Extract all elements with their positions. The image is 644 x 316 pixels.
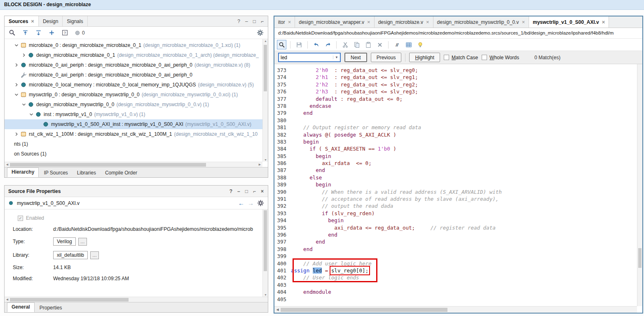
- code-line[interactable]: 380: [274, 117, 637, 124]
- scroll-left-icon[interactable]: ◀: [5, 163, 10, 166]
- code-line[interactable]: 374 2'h1 : reg_data_out <= slv_reg1;: [274, 74, 637, 81]
- search-icon[interactable]: [9, 29, 16, 36]
- chevron-right-icon[interactable]: [14, 82, 19, 88]
- properties-vertical-scrollbar[interactable]: ▼: [262, 209, 268, 297]
- code-line[interactable]: 387 end: [274, 167, 637, 174]
- code-line[interactable]: 403: [274, 281, 637, 288]
- scrollbar-thumb[interactable]: [281, 308, 447, 312]
- scroll-up-icon[interactable]: ▲: [263, 40, 268, 42]
- close-icon[interactable]: ×: [522, 19, 525, 25]
- code-line[interactable]: 389 begin: [274, 181, 637, 188]
- code-line[interactable]: 381 // Output register or memory read da…: [274, 124, 637, 131]
- paste-icon[interactable]: [363, 40, 373, 49]
- scrollbar-thumb[interactable]: [638, 248, 642, 268]
- editor-vertical-scrollbar[interactable]: [637, 64, 642, 306]
- code-line[interactable]: 398 end: [274, 246, 637, 253]
- code-line[interactable]: 388 else: [274, 174, 637, 181]
- code-line[interactable]: 382 always @( posedge S_AXI_ACLK ): [274, 131, 637, 138]
- properties-bottom-tab-general[interactable]: General: [7, 302, 35, 312]
- help-box-icon[interactable]: ?: [61, 29, 68, 36]
- copy-icon[interactable]: [352, 40, 361, 49]
- whole-words-checkbox[interactable]: Whole Words: [482, 55, 519, 60]
- sources-bottom-tab-ip-sources[interactable]: IP Sources: [40, 169, 72, 177]
- scrollbar-thumb[interactable]: [264, 45, 267, 91]
- bulb-icon[interactable]: [415, 40, 425, 49]
- code-line[interactable]: 400 // Add user logic here: [274, 260, 637, 267]
- editor-tab-design-microblaze-myswctrlip-0-0-v[interactable]: design_microblaze_myswctrlip_0_0.v×: [433, 16, 529, 28]
- code-line[interactable]: 402 // User logic ends: [274, 274, 637, 281]
- search-icon[interactable]: [277, 40, 286, 49]
- scrollbar-thumb[interactable]: [264, 210, 267, 271]
- expand-all-icon[interactable]: [35, 29, 42, 36]
- code-line[interactable]: 399: [274, 253, 637, 260]
- comment-icon[interactable]: //: [392, 40, 402, 49]
- sources-t-signals[interactable]: Signals: [63, 16, 87, 26]
- code-line[interactable]: 397 end: [274, 238, 637, 245]
- sources-bottom-tab-hierarchy[interactable]: Hierarchy: [7, 167, 39, 177]
- float-icon[interactable]: ⌐: [253, 188, 256, 194]
- grid-icon[interactable]: [404, 40, 413, 49]
- more-options-button[interactable]: …: [90, 251, 99, 259]
- code-line[interactable]: 392 // output the read dada: [274, 202, 637, 209]
- editor-tab-design-microblaze-wrapper-v[interactable]: design_microblaze_wrapper.v×: [295, 16, 374, 28]
- code-line[interactable]: 377 default : reg_data_out <= 0;: [274, 95, 637, 102]
- tree-row[interactable]: microblaze_0 : design_microblaze_microbl…: [5, 40, 262, 50]
- tree-row[interactable]: microblaze_0_axi_periph : design_microbl…: [5, 70, 262, 80]
- code-line[interactable]: 385 begin: [274, 153, 637, 160]
- editor-horizontal-scrollbar[interactable]: ◀: [274, 306, 637, 313]
- match-case-checkbox[interactable]: Match Case: [444, 55, 478, 60]
- scrollbar-thumb[interactable]: [10, 163, 206, 167]
- tree-row[interactable]: rst_clk_wiz_1_100M : design_microblaze_r…: [5, 129, 262, 139]
- code-line[interactable]: 404 endmodule: [274, 288, 637, 295]
- help-icon[interactable]: ?: [237, 19, 240, 24]
- find-next-button[interactable]: Next: [344, 53, 367, 62]
- scroll-right-icon[interactable]: ▶: [257, 163, 262, 166]
- tree-row[interactable]: on Sources (1): [5, 149, 262, 159]
- find-input[interactable]: [279, 55, 333, 60]
- gear-icon[interactable]: [257, 200, 264, 207]
- scroll-left-icon[interactable]: ◀: [274, 308, 281, 311]
- close-icon[interactable]: ×: [367, 19, 370, 25]
- maximize-icon[interactable]: □: [245, 188, 248, 194]
- chevron-right-icon[interactable]: [21, 52, 27, 58]
- chevron-down-icon[interactable]: [21, 102, 27, 107]
- highlight-button[interactable]: Highlight: [409, 53, 440, 62]
- close-icon[interactable]: ×: [31, 19, 34, 24]
- find-previous-button[interactable]: Previous: [371, 53, 402, 62]
- tree-row[interactable]: myswctrlip_0 : design_microblaze_myswctr…: [5, 90, 262, 100]
- tree-row[interactable]: inst : myswctrlip_v1_0(myswctrlip_v1_0.v…: [5, 109, 262, 119]
- code-line[interactable]: 386 axi_rdata <= 0;: [274, 160, 637, 167]
- collapse-all-icon[interactable]: [22, 29, 29, 36]
- code-line[interactable]: 378 endcase: [274, 102, 637, 109]
- tree-row[interactable]: microblaze_0_axi_periph : design_microbl…: [5, 60, 262, 70]
- redo-icon[interactable]: [323, 40, 333, 49]
- scroll-left-icon[interactable]: ◀: [5, 298, 10, 301]
- tree-row[interactable]: myswctrlip_v1_0_S00_AXI_inst : myswctrli…: [5, 119, 262, 129]
- code-line[interactable]: 394 begin: [274, 217, 637, 224]
- code-line[interactable]: 396 end: [274, 231, 637, 238]
- minimize-icon[interactable]: –: [237, 188, 240, 194]
- sources-bottom-tab-compile-order[interactable]: Compile Order: [101, 169, 141, 177]
- code-line[interactable]: 375 2'h2 : reg_data_out <= slv_reg2;: [274, 81, 637, 88]
- float-icon[interactable]: ⌐: [261, 19, 264, 24]
- find-input-wrap[interactable]: ▼: [278, 53, 341, 62]
- code-line[interactable]: 401assign led = slv_reg0[0];: [274, 267, 637, 274]
- enabled-checkbox[interactable]: ✓ Enabled: [18, 215, 262, 221]
- messages-badge[interactable]: 0: [75, 30, 85, 36]
- sources-vertical-scrollbar[interactable]: ▲ ▼: [262, 39, 268, 162]
- sources-t-sources[interactable]: Sources×: [5, 16, 39, 26]
- code-lines[interactable]: 373 2'h0 : reg_data_out <= slv_reg0;374 …: [274, 64, 637, 306]
- close-icon[interactable]: ×: [426, 19, 429, 25]
- property-value[interactable]: xil_defaultlib: [53, 251, 88, 259]
- dropdown-arrow-icon[interactable]: ▼: [333, 56, 340, 59]
- back-arrow-icon[interactable]: ←: [238, 200, 244, 207]
- chevron-right-icon[interactable]: [14, 131, 19, 137]
- editor-tab-design-microblaze-v[interactable]: design_microblaze.v×: [375, 16, 433, 28]
- editor-tab-myswctrlip-v1-0-s00-axi-v[interactable]: myswctrlip_v1_0_S00_AXI.v×: [529, 16, 609, 28]
- close-icon[interactable]: ×: [288, 19, 291, 25]
- chevron-down-icon[interactable]: [14, 92, 19, 98]
- code-line[interactable]: 390 // When there is a valid read addres…: [274, 188, 637, 195]
- more-options-button[interactable]: …: [78, 238, 87, 246]
- scroll-down-icon[interactable]: ▼: [263, 293, 268, 296]
- chevron-down-icon[interactable]: [14, 42, 19, 48]
